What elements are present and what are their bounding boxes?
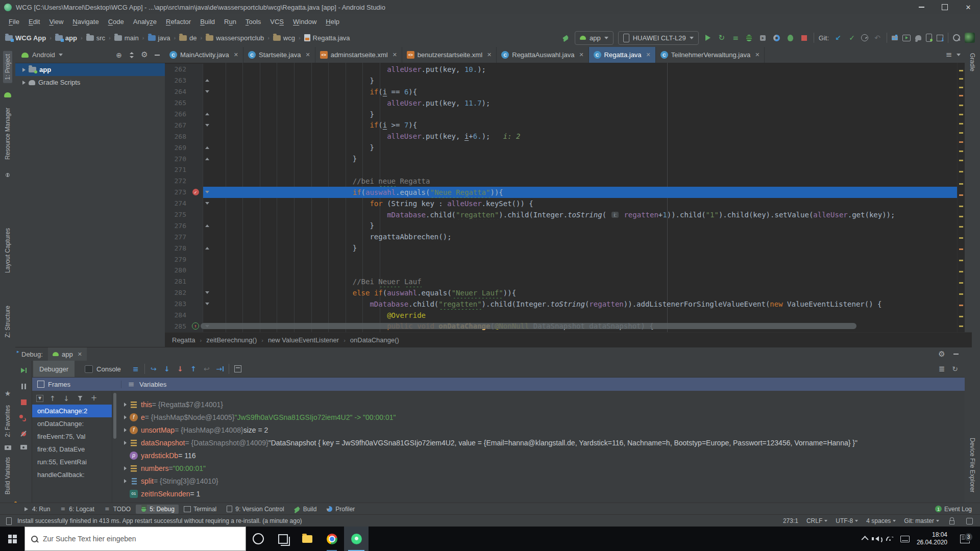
fold-down-icon[interactable] [205,202,209,205]
fold-up-icon[interactable] [205,113,209,115]
stack-frame[interactable]: fireEvent:75, Val [32,430,112,443]
menu-help[interactable]: Help [321,16,344,28]
fold-marker[interactable] [203,176,211,187]
warning-mark[interactable] [959,216,963,217]
warning-mark[interactable] [959,151,963,152]
breadcrumb-item-main[interactable]: main [114,34,139,42]
gutter-icons[interactable]: ✓ [188,187,203,198]
menu-analyze[interactable]: Analyze [129,16,161,28]
layout-settings-button[interactable]: ≣ [937,364,946,373]
debugger-tab-console[interactable]: Console [79,361,127,377]
gutter-icons[interactable] [188,254,203,265]
reader-mode-button[interactable] [965,516,974,525]
fold-up-icon[interactable] [205,224,209,227]
toolwindow-5-debug[interactable]: 5: Debug [136,505,179,514]
stack-frame[interactable]: handleCallback: [32,468,112,481]
bug-button[interactable] [745,33,754,42]
gutter-icons[interactable] [188,97,203,109]
pause-button[interactable] [19,382,28,391]
indent-style[interactable]: 4 spaces [866,517,896,524]
restore-layout-button[interactable]: ↻ [950,364,960,373]
taskbar-clock[interactable]: 18:04 26.04.2020 [917,531,947,546]
close-icon[interactable]: ✕ [234,52,238,58]
fold-marker[interactable] [203,164,211,176]
code-line-268[interactable]: 268 alleUser.put(key, i+6.); i: 2 [165,131,958,142]
chrome-button[interactable] [320,527,344,551]
gutter-icons[interactable] [188,75,203,86]
menu-refactor[interactable]: Refactor [161,16,195,28]
close-icon[interactable]: ✕ [755,52,760,58]
gutter-icons[interactable] [188,119,203,131]
menu-run[interactable]: Run [219,16,241,28]
variable-row-this[interactable]: this = {Regatta$7@14001} [117,398,965,411]
attach-profiler-button[interactable] [786,33,795,42]
editor-breadcrumb-3[interactable]: onDataChange() [350,336,399,344]
breadcrumb-item-java[interactable]: java [148,34,170,42]
toolwindow-event-log[interactable]: 1Event Log [931,505,976,514]
breadcrumb-item-app[interactable]: app [55,34,77,42]
breadcrumb-item-de[interactable]: de [179,34,197,42]
hidden-tabs-button[interactable]: ≡ [944,51,953,60]
fold-marker[interactable] [203,242,211,254]
fold-marker[interactable] [203,276,211,287]
warning-mark[interactable] [959,194,963,196]
variables-header[interactable]: ≡ Variables [121,380,166,389]
locate-file-button[interactable]: ⊕ [114,51,124,60]
warning-mark[interactable] [959,226,963,228]
fold-marker[interactable] [203,142,211,153]
code-line-280[interactable]: 280 [165,265,958,276]
run-to-cursor-button[interactable] [215,364,225,373]
tab-adminstartseite-xml[interactable]: <>adminstartseite.xml✕ [315,47,402,63]
cortana-button[interactable] [246,527,271,551]
volume-icon[interactable] [875,536,879,541]
fold-up-icon[interactable] [205,247,209,249]
evaluate-expression-button[interactable] [233,364,242,373]
maximize-button[interactable] [933,0,957,14]
breakpoint-icon[interactable]: ✓ [192,189,199,195]
tab-regattaauswahl-java[interactable]: CRegattaAuswahl.java✕ [497,47,589,63]
variable-row-datasnapshot[interactable]: dataSnapshot = {DataSnapshot@14009} "Dat… [117,436,965,449]
fold-down-icon[interactable] [205,124,209,127]
stop-button[interactable] [19,397,28,407]
step-out-button[interactable]: ↑ [189,364,198,373]
menu-navigate[interactable]: Navigate [68,16,103,28]
fold-down-icon[interactable] [205,90,209,93]
editor-breadcrumb-0[interactable]: Regatta [172,336,195,344]
fold-marker[interactable] [203,220,211,231]
editor-breadcrumb-2[interactable]: new ValueEventListener [268,336,339,344]
tab-startseite-java[interactable]: CStartseite.java✕ [243,47,315,63]
fold-up-icon[interactable] [205,146,209,149]
variable-row-split[interactable]: split = {String[3]@14010} [117,474,965,487]
hide-panel-button[interactable] [153,51,162,60]
download-button[interactable] [937,35,943,41]
gutter-icons[interactable] [188,198,203,209]
code-line-275[interactable]: 275 mDatabase.child("regatten").child(In… [165,209,958,220]
code-line-266[interactable]: 266 } [165,109,958,120]
force-step-into-button[interactable]: ↓ [176,364,185,373]
debug-session-tab[interactable]: app ✕ [48,347,87,361]
caret-position[interactable]: 273:1 [783,517,798,524]
warning-mark[interactable] [959,132,963,134]
editor-breadcrumb-1[interactable]: zeitBerechnung() [206,336,257,344]
fold-marker[interactable] [203,254,211,265]
fold-marker[interactable] [203,75,211,86]
close-button[interactable]: ✕ [957,0,980,14]
variable-row-numbers[interactable]: numbers = "00:00:01" [117,462,965,474]
code-line-271[interactable]: 271 [165,164,958,176]
encoding[interactable]: UTF-8 [836,517,858,524]
mute-breakpoints-button[interactable] [19,429,28,438]
menu-edit[interactable]: Edit [24,16,44,28]
close-icon[interactable]: ✕ [305,52,310,58]
gutter-icons[interactable] [188,164,203,176]
gutter-icons[interactable] [188,231,203,242]
breadcrumb-item-src[interactable]: src [86,34,105,42]
override-marker-icon[interactable]: ↑ [192,322,199,330]
gutter-icons[interactable] [188,265,203,276]
fold-marker[interactable] [203,209,211,220]
tree-item-app[interactable]: app [15,63,165,76]
fold-marker[interactable] [203,86,211,97]
code-line-281[interactable]: 281 //Bei Neuer Lauf [165,276,958,287]
readonly-lock-button[interactable] [947,516,957,525]
warning-mark[interactable] [959,160,963,161]
warning-mark[interactable] [959,95,963,96]
